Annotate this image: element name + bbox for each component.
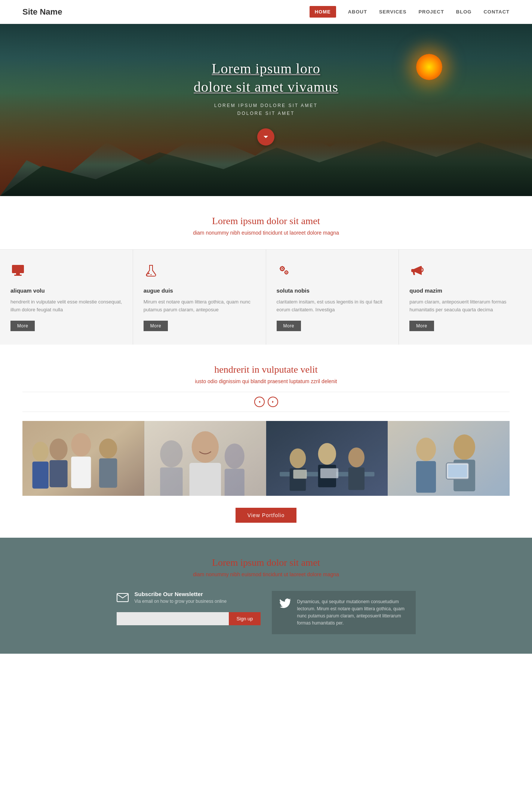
nav-link-contact[interactable]: CONTACT [483, 9, 510, 15]
svg-rect-34 [320, 468, 338, 478]
svg-point-23 [191, 431, 218, 462]
newsletter-intro: Lorem ipsum dolor sit amet diam nonummy … [22, 557, 510, 577]
newsletter-twitter: Dynamicus, qui sequitur mutationem consu… [272, 591, 416, 635]
mail-icon [117, 592, 129, 605]
newsletter-email-input[interactable] [117, 612, 229, 625]
svg-rect-22 [225, 468, 245, 495]
nav-item-blog[interactable]: BLOG [456, 9, 472, 15]
svg-rect-32 [348, 467, 364, 490]
svg-rect-35 [388, 421, 510, 496]
hero-section: Lorem ipsum loro dolore sit amet vivamus… [0, 24, 532, 196]
feature-btn-1[interactable]: More [10, 321, 35, 331]
feature-btn-3[interactable]: More [277, 321, 301, 331]
portfolio-prev-button[interactable] [254, 397, 265, 407]
feature-title-2: augue duis [144, 287, 255, 294]
nav-links: HOME ABOUT SERVICES PROJECT BLOG CONTACT [310, 9, 510, 15]
feature-desc-4: parum claram, anteposuerit litterarum fo… [409, 298, 522, 314]
feature-btn-4[interactable]: More [409, 321, 434, 331]
svg-rect-17 [33, 461, 49, 488]
nav-link-about[interactable]: ABOUT [348, 9, 367, 15]
svg-point-27 [289, 448, 305, 468]
hero-title: Lorem ipsum loro dolore sit amet vivamus [194, 59, 338, 97]
gears-icon [277, 263, 388, 281]
newsletter-left: Subscribe Our Newsletter Via email on ho… [117, 591, 261, 635]
nav-item-about[interactable]: ABOUT [348, 9, 367, 15]
portfolio-image-2[interactable] [144, 421, 266, 496]
newsletter-left-inner: Subscribe Our Newsletter Via email on ho… [117, 591, 261, 605]
portfolio-img-svg-2 [144, 421, 266, 496]
feature-card-3: soluta nobis claritatem insitam, est usu… [266, 250, 399, 345]
svg-rect-2 [14, 275, 22, 276]
svg-rect-28 [289, 468, 305, 491]
svg-point-3 [148, 273, 150, 274]
svg-rect-11 [49, 460, 67, 487]
nav-link-services[interactable]: SERVICES [379, 9, 407, 15]
svg-point-19 [160, 440, 182, 467]
feature-title-1: aliquam volu [10, 287, 122, 294]
feature-card-4: quod mazim parum claram, anteposuerit li… [399, 250, 532, 345]
feature-card-1: aliquam volu hendrerit in vulputate veli… [0, 250, 133, 345]
newsletter-title: Lorem ipsum dolor sit amet [22, 557, 510, 568]
svg-point-6 [282, 268, 283, 269]
twitter-icon [279, 598, 291, 611]
portfolio-images [22, 421, 510, 496]
newsletter-content: Subscribe Our Newsletter Via email on ho… [117, 591, 416, 635]
svg-point-10 [49, 439, 67, 460]
portfolio-section: hendrerit in vulputate velit iusto odio … [0, 345, 532, 538]
nav-item-services[interactable]: SERVICES [379, 9, 407, 15]
flask-icon [144, 263, 255, 281]
newsletter-form: Sign up [117, 612, 261, 625]
hero-subtitle: LOREM IPSUM DOLORE SIT AMET DOLORE SIT A… [194, 102, 338, 118]
svg-rect-1 [16, 273, 20, 275]
portfolio-intro: hendrerit in vulputate velit iusto odio … [22, 364, 510, 384]
feature-desc-2: Mirum est notare quam littera gothica, q… [144, 298, 255, 314]
megaphone-icon [409, 263, 522, 281]
site-logo[interactable]: Site Name [22, 7, 62, 17]
nav-item-home[interactable]: HOME [310, 9, 336, 15]
svg-rect-20 [160, 467, 182, 496]
portfolio-next-button[interactable] [268, 397, 278, 407]
features-intro: Lorem ipsum dolor sit amet diam nonummy … [0, 196, 532, 242]
feature-desc-3: claritatem insitam, est usus legentis in… [277, 298, 388, 314]
nav-item-contact[interactable]: CONTACT [483, 9, 510, 15]
newsletter-left-text: Subscribe Our Newsletter Via email on ho… [135, 591, 227, 604]
portfolio-image-4[interactable] [388, 421, 510, 496]
svg-point-16 [33, 442, 49, 461]
portfolio-image-1[interactable] [22, 421, 144, 496]
nav-link-project[interactable]: PROJECT [418, 9, 444, 15]
feature-btn-2[interactable]: More [144, 321, 168, 331]
portfolio-title: hendrerit in vulputate velit [22, 364, 510, 375]
features-subtitle: diam nonummy nibh euismod tincidunt ut l… [22, 230, 510, 236]
arrow-down-icon [262, 134, 269, 140]
nav-item-project[interactable]: PROJECT [418, 9, 444, 15]
nav-link-blog[interactable]: BLOG [456, 9, 472, 15]
view-portfolio-wrap: View Portfolio [22, 496, 510, 538]
navbar: Site Name HOME ABOUT SERVICES PROJECT BL… [0, 0, 532, 24]
feature-desc-1: hendrerit in vulputate velit esse molest… [10, 298, 122, 314]
svg-point-29 [318, 443, 336, 465]
svg-point-12 [71, 433, 91, 456]
svg-rect-40 [446, 463, 469, 479]
view-portfolio-button[interactable]: View Portfolio [236, 508, 296, 523]
svg-rect-18 [144, 421, 266, 496]
portfolio-subtitle: iusto odio dignissim qui blandit praesen… [22, 378, 510, 384]
portfolio-image-3[interactable] [266, 421, 388, 496]
svg-rect-9 [22, 421, 144, 496]
newsletter-subtitle: diam nonummy nibh euismod tincidunt ut l… [22, 571, 510, 577]
portfolio-img-svg-1 [22, 421, 144, 496]
svg-point-14 [99, 439, 117, 458]
svg-rect-25 [266, 421, 388, 496]
newsletter-signup-button[interactable]: Sign up [229, 612, 260, 625]
feature-card-2: augue duis Mirum est notare quam littera… [133, 250, 266, 345]
nav-link-home[interactable]: HOME [310, 6, 336, 18]
portfolio-img-svg-4 [388, 421, 510, 496]
svg-rect-13 [71, 456, 91, 488]
hero-content: Lorem ipsum loro dolore sit amet vivamus… [194, 59, 338, 146]
portfolio-nav [22, 392, 510, 412]
features-title: Lorem ipsum dolor sit amet [22, 216, 510, 227]
hero-scroll-button[interactable] [257, 128, 274, 146]
svg-rect-15 [99, 458, 117, 488]
feature-title-4: quod mazim [409, 287, 522, 294]
chevron-right-icon [271, 400, 275, 404]
svg-rect-24 [189, 463, 221, 496]
